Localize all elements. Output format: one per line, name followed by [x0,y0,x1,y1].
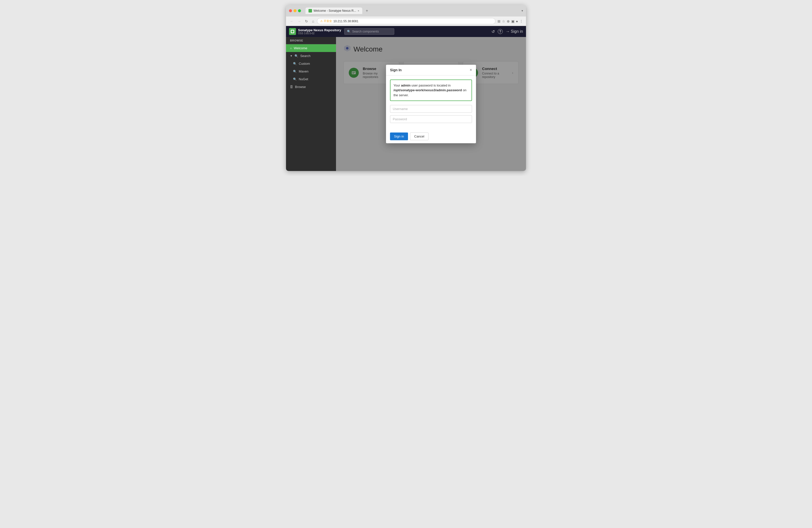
sidebar-item-welcome[interactable]: ○ Welcome [286,44,336,52]
bookmark-icon[interactable]: ☆ [502,19,505,23]
svg-rect-2 [291,30,293,32]
sidebar-item-search[interactable]: ▼ 🔍 Search [286,52,336,60]
browse-db-icon: 🗄 [290,85,293,89]
global-search-bar[interactable]: 🔍 [344,28,394,35]
signin-dialog: Sign In × Your admin user password is lo… [386,65,476,144]
top-bar: Sonatype Nexus Repository OSS 3.65.0-02 … [286,26,526,37]
tab-favicon [308,9,312,13]
app-version: OSS 3.65.0-02 [298,32,341,35]
maven-icon: 🔍 [293,70,297,73]
main-content: Welcome Browse [336,37,526,171]
info-text-1: Your [393,84,401,87]
username-field[interactable] [390,105,472,113]
sidebar-search-label: Search [300,54,310,58]
back-button[interactable]: ← [289,19,294,24]
welcome-icon: ○ [290,46,292,50]
username-input[interactable] [390,105,472,113]
nuget-icon: 🔍 [293,77,297,81]
profile-icon[interactable]: ● [516,19,518,23]
tab-dropdown[interactable]: ▾ [522,9,523,13]
signin-label: Sign in [511,29,523,34]
signin-button[interactable]: → Sign in [506,29,523,34]
sidebar-item-custom[interactable]: 🔍 Custom [286,60,336,68]
sidebar-item-nuget[interactable]: 🔍 NuGet [286,75,336,83]
info-bold-path: /opt/sonatype-work/nexus3/admin.password [393,88,462,92]
dialog-info-box: Your admin user password is located in /… [390,79,472,101]
close-dot[interactable] [289,9,292,12]
dialog-body: Your admin user password is located in /… [386,75,476,130]
browser-addressbar: ← → ↻ ⌂ ⚠ 不安全 10.211.55.38:8081 ⊞ ☆ ⊕ ▣ … [286,16,526,26]
new-tab-button[interactable]: + [364,8,369,14]
custom-search-icon: 🔍 [293,62,297,65]
sidebar-browse-header: Browse [286,37,336,44]
app-name: Sonatype Nexus Repository [298,28,341,32]
top-bar-actions: ↺ ? → Sign in [492,29,523,34]
sidebar-custom-label: Custom [299,62,310,65]
dialog-signin-button[interactable]: Sign in [390,132,408,140]
password-input[interactable] [390,115,472,123]
logo-text: Sonatype Nexus Repository OSS 3.65.0-02 [298,28,341,35]
browser-dots [289,9,301,12]
search-nav-icon: 🔍 [294,54,298,58]
extensions-icon[interactable]: ⊕ [507,19,510,23]
security-warning: ⚠ 不安全 [320,19,332,23]
sidebar-item-browse[interactable]: 🗄 Browse [286,83,336,91]
browser-titlebar: Welcome - Sonatype Nexus R... × + ▾ [286,5,526,16]
dialog-header: Sign In × [386,65,476,75]
sidebar-welcome-label: Welcome [294,46,307,50]
logo-icon [289,28,296,35]
password-field[interactable] [390,115,472,123]
logo-area: Sonatype Nexus Repository OSS 3.65.0-02 [289,28,341,35]
signin-icon: → [506,29,510,34]
main-layout: Browse ○ Welcome ▼ 🔍 Search 🔍 Custom 🔍 M… [286,37,526,171]
tab-title: Welcome - Sonatype Nexus R... [314,9,356,13]
sidebar-browse-item-label: Browse [295,85,306,89]
dialog-cancel-button[interactable]: Cancel [410,132,429,140]
refresh-icon[interactable]: ↺ [492,29,495,34]
sidebar-maven-label: Maven [299,70,308,73]
search-input[interactable] [352,30,392,33]
search-icon: 🔍 [347,30,351,33]
menu-icon[interactable]: ⋮ [520,19,523,23]
info-text-2: user password is located in [410,84,450,87]
expand-icon: ▼ [290,55,292,57]
tab-close-button[interactable]: × [358,9,359,12]
browser-actions: ⊞ ☆ ⊕ ▣ ● ⋮ [497,19,523,23]
sidebar-item-maven[interactable]: 🔍 Maven [286,68,336,75]
reload-button[interactable]: ↻ [304,19,309,24]
help-icon[interactable]: ? [498,29,503,34]
sidebar: Browse ○ Welcome ▼ 🔍 Search 🔍 Custom 🔍 M… [286,37,336,171]
dialog-close-button[interactable]: × [470,68,472,72]
home-button[interactable]: ⌂ [311,19,315,24]
browser-tab[interactable]: Welcome - Sonatype Nexus R... × [305,8,362,14]
dialog-title: Sign In [390,68,402,72]
sidebar-nuget-label: NuGet [299,77,308,81]
address-text: 10.211.55.38:8081 [334,19,359,23]
minimize-dot[interactable] [293,9,296,12]
app-container: Sonatype Nexus Repository OSS 3.65.0-02 … [286,26,526,171]
modal-overlay: Sign In × Your admin user password is lo… [336,37,526,171]
svg-rect-0 [309,10,311,12]
translate-icon[interactable]: ⊞ [497,19,501,23]
split-icon[interactable]: ▣ [511,19,514,23]
info-bold-admin: admin [401,84,410,87]
dialog-actions: Sign in Cancel [386,130,476,143]
forward-button[interactable]: → [296,19,302,24]
maximize-dot[interactable] [298,9,301,12]
address-bar[interactable]: ⚠ 不安全 10.211.55.38:8081 [317,18,495,24]
